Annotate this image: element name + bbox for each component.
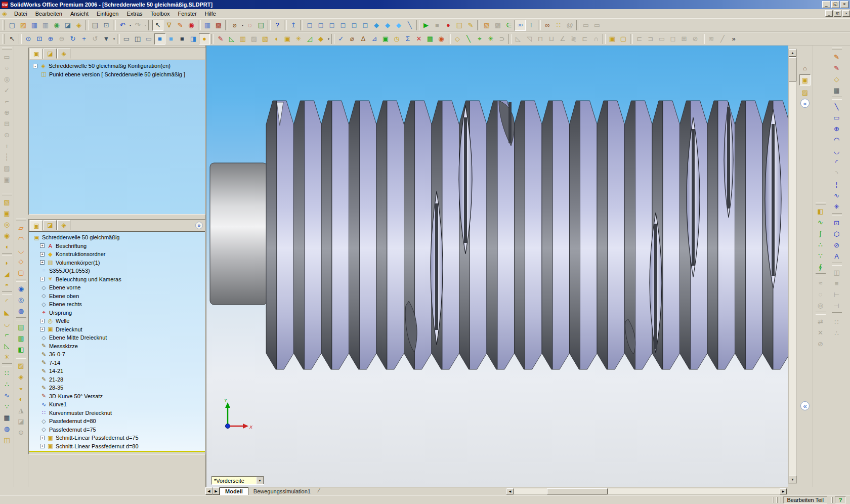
mold-folders[interactable]: ▨	[16, 360, 27, 371]
weld-symbol[interactable]: ⌐	[2, 96, 13, 107]
rebuild-traffic-light[interactable]: ◉	[186, 20, 197, 31]
make-assembly-from-part[interactable]: ◉	[51, 20, 62, 31]
tree-item[interactable]: ∷ Kurvenmuster Dreiecknut	[29, 409, 205, 417]
curve-driven-pattern[interactable]: ∿	[2, 390, 13, 401]
pan[interactable]: +	[78, 33, 90, 45]
polygon[interactable]: ⬡	[831, 228, 842, 239]
shut-off-surfaces[interactable]: ◒	[16, 382, 27, 393]
tab-scroll-left-button[interactable]: ◀	[205, 487, 212, 495]
collaboration-2[interactable]: ▭	[591, 20, 603, 31]
expander[interactable]: +	[40, 252, 45, 257]
expander[interactable]: +	[40, 277, 45, 281]
deform[interactable]: ◌	[815, 288, 826, 300]
open-document[interactable]: ▨	[18, 20, 29, 31]
view-orientation[interactable]: ▼▾	[101, 33, 112, 45]
normal-cut[interactable]: ⊘	[690, 33, 701, 45]
linear-sketch-pattern[interactable]: ∷	[831, 316, 842, 327]
swept-surface[interactable]: ◡	[16, 244, 27, 256]
options-list[interactable]: ▤	[256, 20, 267, 31]
graphics-area[interactable]: Y X *Vorderseite ▾	[205, 46, 788, 487]
mirror-entities[interactable]: ◫	[831, 267, 842, 278]
circle[interactable]: ⊕	[831, 123, 842, 134]
collapse-panel-button[interactable]: «	[800, 99, 810, 108]
3d-sketch-tool[interactable]: ✎	[831, 62, 842, 73]
menu-extras[interactable]: Extras	[122, 10, 146, 18]
print-preview[interactable]: ⊡	[101, 20, 112, 31]
tab-modell[interactable]: Modell	[220, 487, 248, 495]
dimetric-view[interactable]: ◆	[382, 20, 393, 31]
feature-works[interactable]: ∷	[553, 20, 564, 31]
expander[interactable]: +	[40, 319, 45, 323]
find-references[interactable]: ∞	[542, 20, 553, 31]
three-point-arc[interactable]: ◜	[831, 156, 842, 167]
collapse-panel-bottom-button[interactable]: «	[800, 401, 810, 410]
view-orientation-combo[interactable]: *Vorderseite ▾	[211, 476, 264, 485]
mdi-minimize-button[interactable]: _	[825, 10, 833, 17]
thicken[interactable]: ◧	[16, 344, 27, 355]
tree-item[interactable]: + ▣ Schnitt-Linear Passfedernut d=75	[29, 434, 205, 442]
3d-sketch[interactable]: ✎	[215, 33, 226, 45]
surface-finish[interactable]: ✓	[2, 85, 13, 96]
note[interactable]: ▭	[2, 51, 13, 62]
expander[interactable]: +	[40, 260, 45, 265]
rotate-about-axis[interactable]: ↺	[90, 33, 101, 45]
rollback-bar[interactable]	[29, 451, 205, 452]
shaded[interactable]: ■	[165, 33, 177, 45]
expander[interactable]: +	[40, 444, 45, 448]
expander[interactable]: +	[40, 327, 45, 331]
draft-analysis[interactable]: ◉	[16, 283, 27, 294]
revolved-surface[interactable]: ◠	[16, 233, 27, 244]
lofted-boss-feature[interactable]: ◗	[2, 257, 13, 268]
hem[interactable]: ∩	[590, 33, 602, 45]
extruded-surface[interactable]: ▱	[16, 222, 27, 233]
section-view[interactable]: ◨	[188, 33, 199, 45]
trim-entities[interactable]: ⊢	[831, 289, 842, 300]
rib[interactable]: ⌐	[2, 329, 13, 340]
offset-surface[interactable]: ▤	[16, 321, 27, 332]
shadows[interactable]: ■	[177, 33, 188, 45]
front-view[interactable]: ◻	[304, 20, 315, 31]
photoworks-recall[interactable]: ∈	[503, 20, 515, 31]
realview-graphics[interactable]: ●	[199, 33, 210, 45]
featuremanager-tab[interactable]: ▣	[30, 49, 43, 59]
reference-plane[interactable]: ◇	[452, 33, 463, 45]
wireframe[interactable]: ▭	[121, 33, 132, 45]
save[interactable]: ▦	[29, 20, 40, 31]
top-view[interactable]: ◻	[349, 20, 360, 31]
zoom-to-area[interactable]: ⊡	[34, 33, 45, 45]
minimize-button[interactable]: _	[822, 1, 830, 8]
tree-item[interactable]: ◫ Punkt ebene version [ Schredderwelle 5…	[29, 70, 205, 79]
design-binder-new[interactable]: ▤	[454, 20, 465, 31]
tangent-arc[interactable]: ◡	[831, 145, 842, 156]
design-table[interactable]: ▦	[424, 33, 436, 45]
apply-texture[interactable]: ▩	[213, 20, 224, 31]
hole-wizard[interactable]: ✳	[293, 33, 304, 45]
title-bar[interactable]: SW SolidWorks Office Premium 2006 - [Sch…	[0, 0, 850, 9]
centerline[interactable]: ¦	[831, 179, 842, 190]
tree-item[interactable]: ◇ Passfedernut d=75	[29, 426, 205, 434]
reference-geometry[interactable]: ◆▾	[315, 33, 326, 45]
flatten[interactable]: ▭	[656, 33, 667, 45]
dome[interactable]: ◓	[2, 279, 13, 290]
auto-balloon[interactable]: ◎	[2, 73, 13, 85]
mdi-restore-button[interactable]: ◱	[834, 10, 841, 17]
menu-fenster[interactable]: Fenster	[174, 10, 201, 18]
fillet[interactable]: ◜	[2, 296, 13, 307]
equations[interactable]: Σ	[402, 33, 413, 45]
restore-button[interactable]: ◱	[831, 1, 839, 8]
tree-item[interactable]: + ▥ Volumenkörper(1)	[29, 259, 205, 267]
new-document[interactable]: ▢	[7, 20, 18, 31]
trimetric-view[interactable]: ◆	[393, 20, 404, 31]
unfold[interactable]: ⊏	[634, 33, 645, 45]
ellipse[interactable]: ⊘	[831, 239, 842, 250]
spell-checker[interactable]: ✓	[335, 33, 347, 45]
center-mark[interactable]: +	[2, 140, 13, 151]
make-drawing-from-part[interactable]: ◪	[62, 20, 73, 31]
scroll-left-button[interactable]: ◀	[506, 488, 514, 494]
edrawings[interactable]: @	[564, 20, 575, 31]
rectangle[interactable]: ▭	[831, 112, 842, 123]
measure-tool[interactable]: ⌀	[347, 33, 358, 45]
configurationmanager-tab-2[interactable]: ◈	[57, 220, 70, 230]
sketch[interactable]: ✎	[175, 20, 186, 31]
zoom-in-out[interactable]: ⊕	[45, 33, 56, 45]
